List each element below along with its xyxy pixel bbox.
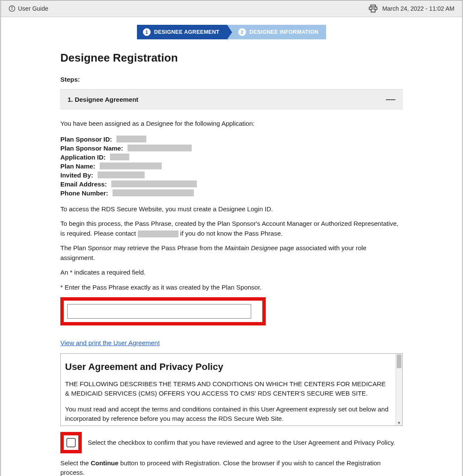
timestamp-area: March 24, 2022 - 11:02 AM bbox=[368, 4, 454, 13]
intro-text: You have been assigned as a Designee for… bbox=[60, 119, 403, 129]
steps-heading: Steps: bbox=[60, 76, 403, 83]
accordion-1-body: You have been assigned as a Designee for… bbox=[60, 119, 403, 476]
begin-text: To begin this process, the Pass Phrase, … bbox=[60, 219, 403, 238]
field-phone: Phone Number: bbox=[60, 189, 403, 197]
label-plan-sponsor-name: Plan Sponsor Name: bbox=[60, 145, 123, 152]
step-designee-information: 2 DESIGNEE INFORMATION bbox=[227, 25, 326, 39]
scroll-down-icon[interactable]: ▼ bbox=[396, 420, 402, 426]
ua-scrollbar[interactable]: ▲ ▼ bbox=[395, 354, 402, 426]
user-agreement-content: User Agreement and Privacy Policy THE FO… bbox=[65, 361, 393, 424]
ua-paragraph-1: THE FOLLOWING DESCRIBES THE TERMS AND CO… bbox=[65, 379, 389, 399]
ua-link-row: View and print the User Agreement bbox=[60, 338, 403, 348]
retrieve-text: The Plan Sponsor may retrieve the Pass P… bbox=[60, 243, 403, 263]
label-plan-name: Plan Name: bbox=[60, 163, 95, 170]
step-2-badge: 2 bbox=[238, 28, 246, 36]
user-agreement-box[interactable]: User Agreement and Privacy Policy THE FO… bbox=[60, 353, 403, 426]
step-designee-agreement[interactable]: 1 DESIGNEE AGREEMENT bbox=[137, 25, 227, 39]
confirm-row: Select the checkbox to confirm that you … bbox=[60, 432, 403, 453]
checkbox-highlight bbox=[60, 432, 82, 453]
enter-passphrase-label: * Enter the Pass Phrase exactly as it wa… bbox=[60, 283, 403, 293]
content-area: 1 DESIGNEE AGREEMENT 2 DESIGNEE INFORMAT… bbox=[60, 17, 403, 476]
label-application-id: Application ID: bbox=[60, 154, 106, 161]
info-icon bbox=[9, 5, 15, 12]
label-email: Email Address: bbox=[60, 180, 107, 188]
agree-checkbox[interactable] bbox=[66, 438, 76, 447]
app-frame: User Guide March 24, 2022 - 11:02 AM 1 D… bbox=[0, 0, 463, 476]
contact-redacted bbox=[138, 231, 178, 237]
label-phone: Phone Number: bbox=[60, 189, 108, 197]
continue-instruction: Select the Continue button to proceed wi… bbox=[60, 458, 403, 476]
ua-paragraph-2: You must read and accept the terms and c… bbox=[65, 405, 389, 424]
field-plan-sponsor-id: Plan Sponsor ID: bbox=[60, 136, 403, 143]
accordion-1-title: 1. Designee Agreement bbox=[68, 96, 138, 103]
topbar: User Guide March 24, 2022 - 11:02 AM bbox=[1, 0, 462, 17]
print-icon[interactable] bbox=[368, 4, 378, 13]
page-title: Designee Registration bbox=[60, 51, 403, 65]
user-guide-link[interactable]: User Guide bbox=[9, 5, 48, 12]
user-guide-label: User Guide bbox=[18, 5, 48, 12]
value-plan-name bbox=[100, 163, 162, 169]
value-plan-sponsor-id bbox=[116, 136, 146, 142]
value-phone bbox=[113, 189, 194, 196]
value-plan-sponsor-name bbox=[128, 145, 192, 151]
passphrase-input[interactable] bbox=[67, 304, 251, 319]
field-application-id: Application ID: bbox=[60, 154, 403, 161]
wizard-stepper: 1 DESIGNEE AGREEMENT 2 DESIGNEE INFORMAT… bbox=[60, 25, 403, 39]
field-invited-by: Invited By: bbox=[60, 171, 403, 179]
step-2-label: DESIGNEE INFORMATION bbox=[249, 29, 318, 35]
label-invited-by: Invited By: bbox=[60, 171, 93, 179]
step-1-badge: 1 bbox=[143, 28, 151, 36]
collapse-icon: — bbox=[386, 95, 395, 104]
field-email: Email Address: bbox=[60, 180, 403, 188]
ua-heading: User Agreement and Privacy Policy bbox=[65, 361, 389, 373]
application-fields: Plan Sponsor ID: Plan Sponsor Name: Appl… bbox=[60, 136, 403, 197]
passphrase-highlight bbox=[60, 297, 266, 325]
svg-point-2 bbox=[12, 7, 12, 7]
step-1-label: DESIGNEE AGREEMENT bbox=[154, 29, 220, 35]
svg-rect-4 bbox=[371, 9, 375, 12]
timestamp-text: March 24, 2022 - 11:02 AM bbox=[382, 5, 454, 12]
required-text: An * indicates a required field. bbox=[60, 268, 403, 278]
value-email bbox=[111, 180, 197, 187]
field-plan-name: Plan Name: bbox=[60, 163, 403, 170]
value-invited-by bbox=[98, 171, 145, 178]
value-application-id bbox=[110, 154, 129, 160]
scroll-thumb[interactable] bbox=[397, 355, 401, 368]
confirm-label: Select the checkbox to confirm that you … bbox=[88, 439, 395, 446]
access-text: To access the RDS Secure Website, you mu… bbox=[60, 204, 403, 214]
field-plan-sponsor-name: Plan Sponsor Name: bbox=[60, 145, 403, 152]
view-print-user-agreement-link[interactable]: View and print the User Agreement bbox=[60, 339, 160, 346]
accordion-designee-agreement[interactable]: 1. Designee Agreement — bbox=[60, 89, 403, 109]
label-plan-sponsor-id: Plan Sponsor ID: bbox=[60, 136, 112, 143]
